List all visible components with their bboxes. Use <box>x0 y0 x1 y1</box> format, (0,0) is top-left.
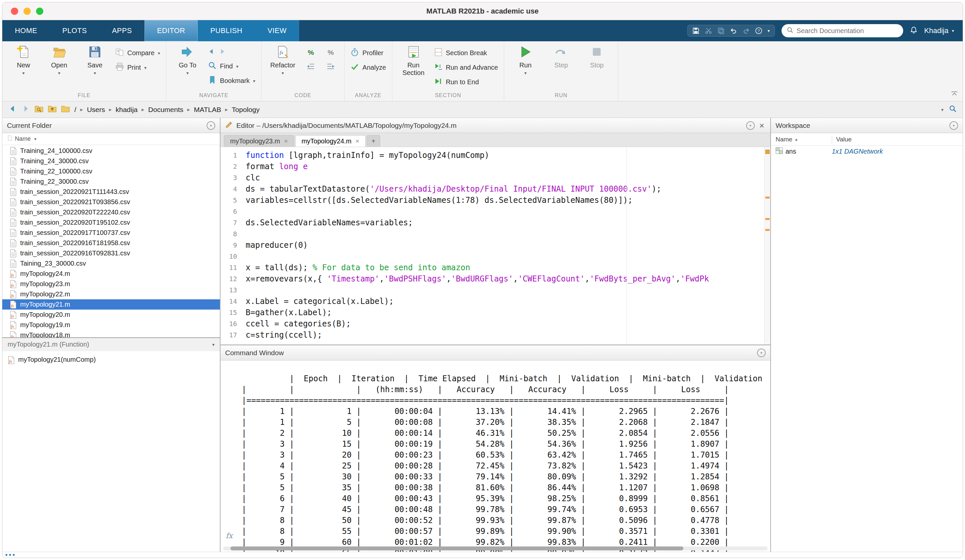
close-icon[interactable]: × <box>355 137 359 145</box>
parent-folder-icon[interactable] <box>48 105 57 114</box>
tab-home[interactable]: HOME <box>2 20 50 41</box>
file-row[interactable]: train_session_20220916T181958.csv <box>2 238 220 248</box>
file-row[interactable]: Training_22_100000.csv <box>2 166 220 176</box>
run-and-advance-button[interactable]: Run and Advance <box>434 62 498 73</box>
breadcrumb-item[interactable]: MATLAB <box>194 106 221 114</box>
forward-arrow-icon[interactable] <box>219 48 226 57</box>
goto-button[interactable]: Go To ▾ <box>172 43 203 75</box>
editor-tab[interactable]: myTopology24.m× <box>295 135 366 147</box>
collapse-toolstrip-icon[interactable] <box>951 91 958 98</box>
file-row[interactable]: train_session_20220921T093856.csv <box>2 197 220 207</box>
code-analyzer-bar[interactable] <box>764 147 770 344</box>
uncomment-button[interactable]: % <box>323 47 338 58</box>
search-documentation-box[interactable] <box>782 24 903 38</box>
comment-button[interactable]: % <box>303 47 318 58</box>
file-row[interactable]: fxmyTopology20.m <box>2 310 220 320</box>
tab-publish[interactable]: PUBLISH <box>198 20 255 41</box>
code-line: clc <box>245 172 764 183</box>
panel-menu-icon[interactable]: ▾ <box>949 121 958 130</box>
file-row[interactable]: fxmyTopology19.m <box>2 320 220 330</box>
workspace-name-column-header[interactable]: Name ▲ <box>775 136 832 143</box>
user-menu[interactable]: Khadija ▾ <box>924 26 954 35</box>
analyze-button[interactable]: Analyze <box>350 62 386 73</box>
file-row[interactable]: Training_22_30000.csv <box>2 176 220 187</box>
file-row[interactable]: Training_24_100000.csv <box>2 146 220 156</box>
section-break-button[interactable]: Section Break <box>434 48 498 58</box>
file-row[interactable]: fxmyTopology18.m <box>2 330 220 337</box>
chevron-down-icon[interactable]: ▾ <box>768 28 770 33</box>
save-button[interactable]: Save ▾ <box>80 43 110 75</box>
selection-details-header[interactable]: myTopology21.m (Function) ▾ <box>2 337 220 351</box>
find-button[interactable]: Find ▾ <box>208 61 255 71</box>
warning-marker[interactable] <box>765 197 770 199</box>
stop-button[interactable]: Stop <box>582 43 612 69</box>
code-line: B=gather(x.Label); <box>245 307 764 318</box>
help-icon[interactable]: ? <box>755 27 762 34</box>
panel-menu-icon[interactable]: ▾ <box>757 349 765 357</box>
editor-tab[interactable]: myTopology23.m× <box>224 135 294 147</box>
file-row[interactable]: train_session_20220921T111443.csv <box>2 187 220 197</box>
notifications-bell-icon[interactable] <box>910 26 918 35</box>
breadcrumb-item[interactable]: Documents <box>148 106 183 114</box>
file-row[interactable]: Training_24_30000.csv <box>2 156 220 166</box>
search-documentation-input[interactable] <box>797 27 898 35</box>
workspace-value-column-header[interactable]: Value <box>836 136 852 143</box>
search-folder-button[interactable] <box>949 105 957 114</box>
file-row[interactable]: train_session_20220920T195102.csv <box>2 217 220 228</box>
file-row[interactable]: fxmyTopology21.m <box>2 299 220 310</box>
tab-editor[interactable]: EDITOR <box>144 20 198 41</box>
command-window-output[interactable]: | Epoch | Iteration | Time Elapsed | Min… <box>221 361 770 552</box>
run-section-button[interactable]: Run Section <box>398 43 429 77</box>
panel-menu-icon[interactable]: ▾ <box>746 121 755 130</box>
navigate-forward-icon[interactable] <box>21 104 30 115</box>
search-folder-icon[interactable] <box>35 105 43 114</box>
breadcrumb-item[interactable]: Topology <box>232 106 260 114</box>
workspace-variable-row[interactable]: ans1x1 DAGNetwork <box>771 146 963 157</box>
horizontal-scrollbar[interactable] <box>231 547 683 550</box>
warning-marker[interactable] <box>765 218 770 220</box>
print-button[interactable]: Print ▾ <box>115 62 160 73</box>
open-button[interactable]: Open ▾ <box>44 43 74 75</box>
outdent-button[interactable] <box>323 62 338 72</box>
file-row[interactable]: train_session_20220920T222240.csv <box>2 207 220 217</box>
close-icon[interactable]: × <box>284 137 288 145</box>
name-column-header[interactable]: Name ▼ <box>2 133 220 145</box>
undo-icon[interactable] <box>730 27 737 34</box>
warning-marker[interactable] <box>765 229 770 231</box>
file-row[interactable]: train_session_20220916T092831.csv <box>2 248 220 258</box>
save-icon[interactable] <box>692 27 700 34</box>
redo-icon[interactable] <box>743 27 750 34</box>
file-row[interactable]: fxmyTopology24.m <box>2 269 220 279</box>
function-hints-icon[interactable]: fx <box>226 530 233 541</box>
back-arrow-icon[interactable] <box>208 48 215 57</box>
compare-button[interactable]: Compare ▾ <box>115 48 160 58</box>
copy-icon[interactable] <box>717 27 725 34</box>
new-button[interactable]: New ▾ <box>8 43 39 75</box>
run-to-end-button[interactable]: Run to End <box>434 77 498 87</box>
new-tab-button[interactable]: + <box>366 135 381 147</box>
bookmark-button[interactable]: Bookmark ▾ <box>208 76 255 86</box>
tab-apps[interactable]: APPS <box>100 20 144 41</box>
profiler-button[interactable]: Profiler <box>350 48 386 58</box>
run-button[interactable]: Run ▾ <box>510 43 541 75</box>
file-row[interactable]: fxmyTopology23.m <box>2 279 220 289</box>
panel-menu-icon[interactable]: ▾ <box>207 121 215 130</box>
folder-icon[interactable] <box>61 105 70 114</box>
breadcrumb-item[interactable]: Users <box>87 106 105 114</box>
refactor-button[interactable]: fx Refactor ▾ <box>267 43 298 75</box>
navigate-back-icon[interactable] <box>8 104 17 115</box>
breadcrumb-root[interactable]: / <box>74 106 76 114</box>
breadcrumb-item[interactable]: khadija <box>116 106 138 114</box>
tab-view[interactable]: VIEW <box>255 20 299 41</box>
code-editor[interactable]: function [lgraph,trainInfo] = myTopology… <box>241 147 764 344</box>
warning-indicator-icon[interactable] <box>765 150 770 154</box>
file-row[interactable]: train_session_20220917T100737.csv <box>2 228 220 238</box>
chevron-down-icon[interactable]: ▾ <box>941 108 944 112</box>
step-button[interactable]: Step <box>546 43 576 69</box>
close-icon[interactable]: × <box>758 121 765 130</box>
cut-icon[interactable] <box>705 27 712 34</box>
file-row[interactable]: fxmyTopology22.m <box>2 289 220 299</box>
tab-plots[interactable]: PLOTS <box>50 20 100 41</box>
indent-button[interactable] <box>303 62 318 72</box>
file-row[interactable]: Taining_23_30000.csv <box>2 258 220 269</box>
